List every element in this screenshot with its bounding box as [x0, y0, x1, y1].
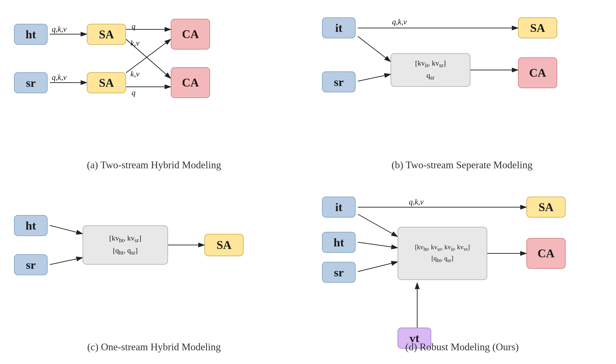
box-sr-b: sr [322, 71, 356, 92]
svg-line-13 [50, 225, 83, 234]
label-qkv-d: q,k,v [409, 197, 424, 206]
label-qkv-b: q,k,v [392, 17, 407, 26]
quadrant-b: it sr [kvit, kvsr]qsr SA CA q,k,v (b) Tw… [308, 0, 616, 182]
svg-line-9 [358, 36, 391, 62]
main-container: ht sr SA SA CA CA q,k,v q k,v q,k,v k,v … [0, 0, 616, 364]
box-kv-c: [kvht, kvsr][qht, qsr] [83, 225, 168, 265]
box-ht-d: ht [322, 232, 356, 253]
caption-b: (b) Two-stream Seperate Modeling [391, 159, 533, 171]
svg-line-18 [358, 214, 398, 237]
label-q-bot-a: q [132, 88, 136, 97]
label-q-top-a: q [132, 22, 136, 31]
label-qkv-sr-a: q,k,v [52, 73, 67, 82]
box-sr-d: sr [322, 262, 356, 283]
box-it-b: it [322, 17, 356, 38]
box-sa-c: SA [204, 234, 244, 256]
caption-a: (a) Two-stream Hybrid Modeling [87, 159, 221, 171]
box-sa-b: SA [518, 17, 557, 38]
box-sr-c: sr [14, 254, 48, 275]
box-sa-bot-a: SA [87, 72, 126, 93]
box-ca-bot-a: CA [171, 67, 210, 98]
label-kv-cross2-a: k,v [130, 69, 139, 78]
box-kv-b: [kvit, kvsr]qsr [391, 53, 470, 87]
svg-line-20 [358, 262, 398, 272]
box-kv-d: [kvht, kvsr, kvit, kvvt][qht, qsr] [398, 227, 487, 280]
box-sa-d: SA [526, 197, 566, 218]
quadrant-a: ht sr SA SA CA CA q,k,v q k,v q,k,v k,v … [0, 0, 308, 182]
label-kv-cross1-a: k,v [130, 39, 139, 48]
label-qkv-ht-a: q,k,v [52, 25, 67, 34]
box-ht-c: ht [14, 215, 48, 236]
box-ht-a: ht [14, 24, 48, 45]
box-it-d: it [322, 197, 356, 218]
svg-line-19 [358, 242, 398, 248]
caption-c: (c) One-stream Hybrid Modeling [87, 341, 221, 353]
svg-line-10 [358, 74, 391, 81]
box-ca-top-a: CA [171, 19, 210, 50]
quadrant-d: it ht sr vt [kvht, kvsr, kvit, kvvt][qht… [308, 182, 616, 364]
box-ca-d: CA [526, 238, 566, 269]
box-ca-b: CA [518, 57, 557, 88]
box-sr-a: sr [14, 72, 48, 93]
svg-line-14 [50, 258, 83, 265]
quadrant-c: ht sr [kvht, kvsr][qht, qsr] SA (c) One-… [0, 182, 308, 364]
caption-d: (d) Robust Modeling (Ours) [405, 341, 519, 353]
box-sa-top-a: SA [87, 24, 126, 45]
